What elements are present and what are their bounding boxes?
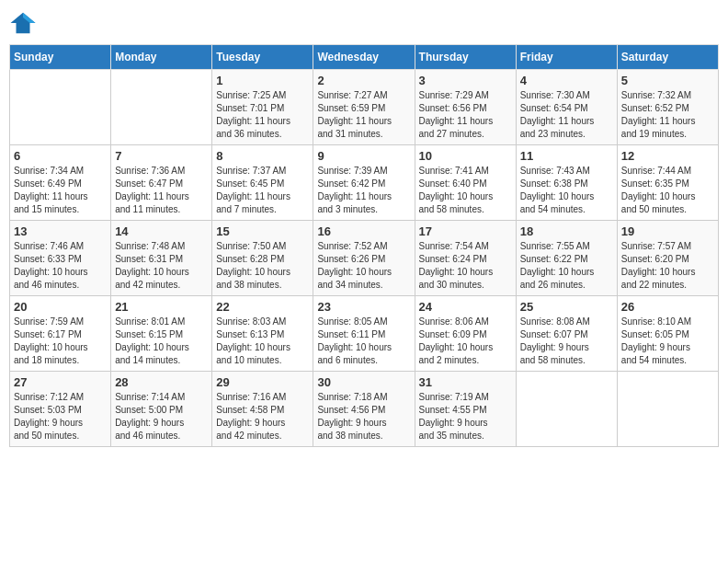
day-number: 30 — [317, 375, 410, 389]
calendar-cell: 28Sunrise: 7:14 AM Sunset: 5:00 PM Dayli… — [111, 372, 212, 447]
calendar-cell: 23Sunrise: 8:05 AM Sunset: 6:11 PM Dayli… — [313, 296, 415, 372]
day-number: 22 — [216, 300, 309, 314]
day-number: 5 — [621, 74, 714, 87]
calendar-cell: 16Sunrise: 7:52 AM Sunset: 6:26 PM Dayli… — [313, 221, 415, 296]
day-info: Sunrise: 7:54 AM Sunset: 6:24 PM Dayligh… — [419, 240, 512, 292]
day-info: Sunrise: 7:48 AM Sunset: 6:31 PM Dayligh… — [115, 240, 208, 292]
day-number: 14 — [115, 224, 208, 238]
day-number: 15 — [216, 224, 309, 238]
calendar-cell: 11Sunrise: 7:43 AM Sunset: 6:38 PM Dayli… — [516, 145, 617, 221]
calendar-cell: 22Sunrise: 8:03 AM Sunset: 6:13 PM Dayli… — [212, 296, 313, 372]
week-row-4: 20Sunrise: 7:59 AM Sunset: 6:17 PM Dayli… — [10, 296, 719, 372]
weekday-header-sunday: Sunday — [10, 45, 111, 70]
calendar-cell: 12Sunrise: 7:44 AM Sunset: 6:35 PM Dayli… — [617, 145, 718, 221]
day-info: Sunrise: 7:41 AM Sunset: 6:40 PM Dayligh… — [419, 165, 512, 216]
day-number: 17 — [419, 224, 512, 238]
calendar-cell: 27Sunrise: 7:12 AM Sunset: 5:03 PM Dayli… — [10, 372, 111, 447]
calendar-cell: 31Sunrise: 7:19 AM Sunset: 4:55 PM Dayli… — [415, 372, 516, 447]
week-row-3: 13Sunrise: 7:46 AM Sunset: 6:33 PM Dayli… — [10, 221, 719, 296]
week-row-1: 1Sunrise: 7:25 AM Sunset: 7:01 PM Daylig… — [10, 70, 719, 145]
day-info: Sunrise: 7:43 AM Sunset: 6:38 PM Dayligh… — [520, 165, 613, 216]
day-number: 23 — [317, 300, 410, 314]
day-info: Sunrise: 8:06 AM Sunset: 6:09 PM Dayligh… — [419, 316, 512, 367]
week-row-5: 27Sunrise: 7:12 AM Sunset: 5:03 PM Dayli… — [10, 372, 719, 447]
day-info: Sunrise: 7:12 AM Sunset: 5:03 PM Dayligh… — [14, 391, 107, 442]
day-number: 25 — [520, 300, 613, 314]
calendar-cell: 17Sunrise: 7:54 AM Sunset: 6:24 PM Dayli… — [415, 221, 516, 296]
weekday-header-friday: Friday — [516, 45, 617, 70]
day-info: Sunrise: 7:55 AM Sunset: 6:22 PM Dayligh… — [520, 240, 613, 292]
day-info: Sunrise: 7:36 AM Sunset: 6:47 PM Dayligh… — [115, 165, 208, 216]
day-info: Sunrise: 8:10 AM Sunset: 6:05 PM Dayligh… — [621, 316, 714, 367]
calendar-cell: 24Sunrise: 8:06 AM Sunset: 6:09 PM Dayli… — [415, 296, 516, 372]
day-info: Sunrise: 8:03 AM Sunset: 6:13 PM Dayligh… — [216, 316, 309, 367]
day-info: Sunrise: 7:39 AM Sunset: 6:42 PM Dayligh… — [317, 165, 410, 216]
day-number: 28 — [115, 375, 208, 389]
calendar-cell: 21Sunrise: 8:01 AM Sunset: 6:15 PM Dayli… — [111, 296, 212, 372]
day-number: 20 — [14, 300, 107, 314]
logo — [9, 9, 40, 37]
weekday-header-thursday: Thursday — [415, 45, 516, 70]
day-info: Sunrise: 7:34 AM Sunset: 6:49 PM Dayligh… — [14, 165, 107, 216]
day-info: Sunrise: 7:37 AM Sunset: 6:45 PM Dayligh… — [216, 165, 309, 216]
day-info: Sunrise: 7:46 AM Sunset: 6:33 PM Dayligh… — [14, 240, 107, 292]
day-number: 9 — [317, 149, 410, 163]
day-number: 27 — [14, 375, 107, 389]
calendar-cell: 4Sunrise: 7:30 AM Sunset: 6:54 PM Daylig… — [516, 70, 617, 145]
calendar-cell: 2Sunrise: 7:27 AM Sunset: 6:59 PM Daylig… — [313, 70, 415, 145]
calendar-cell: 14Sunrise: 7:48 AM Sunset: 6:31 PM Dayli… — [111, 221, 212, 296]
calendar-cell: 18Sunrise: 7:55 AM Sunset: 6:22 PM Dayli… — [516, 221, 617, 296]
calendar-cell: 19Sunrise: 7:57 AM Sunset: 6:20 PM Dayli… — [617, 221, 718, 296]
header — [9, 9, 719, 37]
calendar-cell — [111, 70, 212, 145]
calendar-cell: 7Sunrise: 7:36 AM Sunset: 6:47 PM Daylig… — [111, 145, 212, 221]
day-info: Sunrise: 7:19 AM Sunset: 4:55 PM Dayligh… — [419, 391, 512, 442]
day-info: Sunrise: 7:14 AM Sunset: 5:00 PM Dayligh… — [115, 391, 208, 442]
calendar-cell: 9Sunrise: 7:39 AM Sunset: 6:42 PM Daylig… — [313, 145, 415, 221]
day-number: 1 — [216, 74, 309, 87]
calendar-cell: 25Sunrise: 8:08 AM Sunset: 6:07 PM Dayli… — [516, 296, 617, 372]
day-number: 21 — [115, 300, 208, 314]
day-number: 29 — [216, 375, 309, 389]
calendar-table: SundayMondayTuesdayWednesdayThursdayFrid… — [9, 44, 719, 447]
day-info: Sunrise: 8:05 AM Sunset: 6:11 PM Dayligh… — [317, 316, 410, 367]
calendar-cell — [617, 372, 718, 447]
day-info: Sunrise: 7:18 AM Sunset: 4:56 PM Dayligh… — [317, 391, 410, 442]
calendar-cell: 15Sunrise: 7:50 AM Sunset: 6:28 PM Dayli… — [212, 221, 313, 296]
day-info: Sunrise: 7:59 AM Sunset: 6:17 PM Dayligh… — [14, 316, 107, 367]
day-info: Sunrise: 7:27 AM Sunset: 6:59 PM Dayligh… — [317, 89, 410, 141]
day-info: Sunrise: 7:32 AM Sunset: 6:52 PM Dayligh… — [621, 89, 714, 141]
day-number: 8 — [216, 149, 309, 163]
day-info: Sunrise: 7:52 AM Sunset: 6:26 PM Dayligh… — [317, 240, 410, 292]
calendar-cell: 8Sunrise: 7:37 AM Sunset: 6:45 PM Daylig… — [212, 145, 313, 221]
calendar-cell — [516, 372, 617, 447]
day-number: 18 — [520, 224, 613, 238]
day-info: Sunrise: 7:29 AM Sunset: 6:56 PM Dayligh… — [419, 89, 512, 141]
day-number: 24 — [419, 300, 512, 314]
weekday-header-wednesday: Wednesday — [313, 45, 415, 70]
day-info: Sunrise: 7:25 AM Sunset: 7:01 PM Dayligh… — [216, 89, 309, 141]
weekday-header-tuesday: Tuesday — [212, 45, 313, 70]
day-number: 7 — [115, 149, 208, 163]
day-info: Sunrise: 7:50 AM Sunset: 6:28 PM Dayligh… — [216, 240, 309, 292]
day-number: 19 — [621, 224, 714, 238]
day-info: Sunrise: 7:44 AM Sunset: 6:35 PM Dayligh… — [621, 165, 714, 216]
calendar-cell: 5Sunrise: 7:32 AM Sunset: 6:52 PM Daylig… — [617, 70, 718, 145]
calendar-cell: 29Sunrise: 7:16 AM Sunset: 4:58 PM Dayli… — [212, 372, 313, 447]
day-number: 13 — [14, 224, 107, 238]
calendar-cell: 1Sunrise: 7:25 AM Sunset: 7:01 PM Daylig… — [212, 70, 313, 145]
weekday-header-monday: Monday — [111, 45, 212, 70]
day-info: Sunrise: 7:30 AM Sunset: 6:54 PM Dayligh… — [520, 89, 613, 141]
calendar-cell: 3Sunrise: 7:29 AM Sunset: 6:56 PM Daylig… — [415, 70, 516, 145]
calendar-cell — [10, 70, 111, 145]
day-number: 2 — [317, 74, 410, 87]
calendar-cell: 13Sunrise: 7:46 AM Sunset: 6:33 PM Dayli… — [10, 221, 111, 296]
weekday-header-row: SundayMondayTuesdayWednesdayThursdayFrid… — [10, 45, 719, 70]
day-number: 16 — [317, 224, 410, 238]
day-number: 26 — [621, 300, 714, 314]
day-number: 31 — [419, 375, 512, 389]
logo-icon — [9, 9, 37, 37]
day-number: 3 — [419, 74, 512, 87]
day-info: Sunrise: 8:08 AM Sunset: 6:07 PM Dayligh… — [520, 316, 613, 367]
day-info: Sunrise: 7:16 AM Sunset: 4:58 PM Dayligh… — [216, 391, 309, 442]
